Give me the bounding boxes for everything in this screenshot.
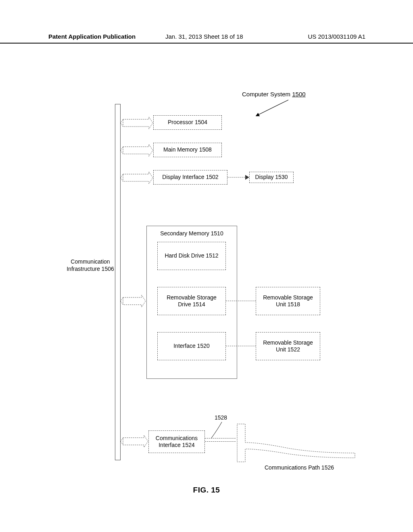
header-bar: Patent Application Publication Jan. 31, … xyxy=(0,33,413,44)
display-box: Display 1530 xyxy=(249,172,294,183)
header-right: US 2013/0031109 A1 xyxy=(308,33,365,40)
system-leader-arrow xyxy=(242,97,298,117)
bus-rect xyxy=(115,104,121,460)
bus-arrow-processor xyxy=(121,116,154,130)
removable-storage-drive-box: Removable Storage Drive 1514 xyxy=(157,287,226,315)
bus-arrow-main-memory xyxy=(121,143,154,157)
bus-arrow-secondary-memory xyxy=(121,294,146,308)
communications-path-shape xyxy=(236,422,357,464)
removable-storage-unit-1522-box: Removable Storage Unit 1522 xyxy=(256,332,320,360)
hard-disk-box: Hard Disk Drive 1512 xyxy=(157,242,226,270)
ref-1528-label: 1528 xyxy=(215,414,227,421)
interface-1520-box: Interface 1520 xyxy=(157,332,226,360)
page: Patent Application Publication Jan. 31, … xyxy=(0,0,413,532)
display-interface-box: Display Interface 1502 xyxy=(153,170,227,185)
processor-box: Processor 1504 xyxy=(153,115,222,130)
header-center: Jan. 31, 2013 Sheet 18 of 18 xyxy=(165,33,243,40)
link-interface-1520-to-unit-1522 xyxy=(226,346,256,346)
bus-arrow-comm-interface xyxy=(121,434,149,448)
communications-path-label: Communications Path 1526 xyxy=(265,464,345,471)
figure-caption: FIG. 15 xyxy=(0,486,413,495)
display-interface-to-display-arrow xyxy=(227,174,250,181)
bus-label: Communication Infrastructure 1506 xyxy=(66,258,115,272)
communications-interface-box: Communications Interface 1524 xyxy=(148,430,205,453)
secondary-memory-label: Secondary Memory 1510 xyxy=(149,230,234,237)
header-left: Patent Application Publication xyxy=(48,33,136,40)
bus-arrow-display-interface xyxy=(121,171,154,185)
link-removable-drive-to-unit-1518 xyxy=(226,301,256,301)
main-memory-box: Main Memory 1508 xyxy=(153,143,222,157)
link-comm-interface-to-1528 xyxy=(205,438,236,438)
diagram-canvas: Computer System 1500 Communication Infra… xyxy=(0,44,413,488)
removable-storage-unit-1518-box: Removable Storage Unit 1518 xyxy=(256,287,320,315)
link-comm-interface-to-1528-b xyxy=(205,441,236,442)
